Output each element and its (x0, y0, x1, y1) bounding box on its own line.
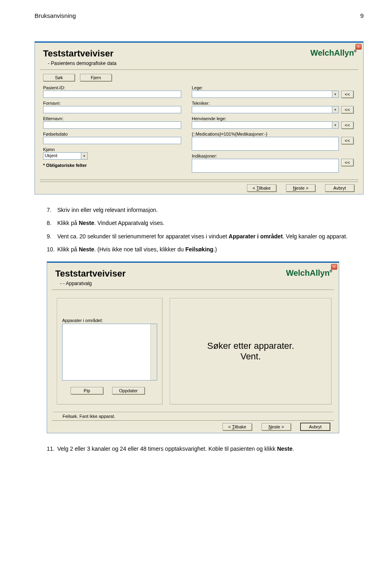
fodsel-field[interactable] (43, 137, 181, 144)
page-header: Bruksanvisning 9 (35, 12, 364, 19)
step-9: 9.Vent ca. 20 sekunder til serienummeret… (47, 232, 364, 240)
henvisende-select[interactable]: ▾ (192, 121, 339, 129)
feilsok-status: Feilsøk. Fant ikke apparat. (53, 412, 333, 419)
oppdater-button[interactable]: Oppdater (112, 387, 145, 394)
back-button[interactable]: < Tilbake (247, 184, 276, 192)
search-button[interactable]: Søk (43, 74, 75, 81)
header-left: Bruksanvisning (35, 12, 76, 19)
chevron-down-icon[interactable]: ▾ (332, 121, 339, 129)
step-10: 10.Klikk på Neste. (Hvis ikke noe tall v… (47, 245, 364, 253)
label-kjonn: Kjønn (43, 147, 88, 152)
tekniker-ll-button[interactable]: << (341, 106, 353, 113)
medications-field[interactable] (192, 137, 339, 151)
step-7: 7.Skriv inn eller velg relevant informas… (47, 206, 364, 214)
kjonn-select[interactable]: Ukjent ▾ (43, 152, 88, 160)
instruction-steps-a: 7.Skriv inn eller velg relevant informas… (47, 206, 364, 253)
lege-select[interactable]: ▾ (192, 91, 339, 98)
wizard-title: Teststartveiviser (55, 268, 126, 279)
header-right: 9 (360, 12, 364, 19)
label-fornavn: Fornavn: (43, 101, 181, 106)
back-button[interactable]: < Tilbake (223, 423, 252, 430)
label-indikasjoner: Indikasjoner: (192, 153, 358, 158)
search-status-line1: Søker etter apparater. (207, 341, 294, 351)
wizard-window-demographics: × Teststartveiviser - Pasientens demogra… (35, 41, 364, 195)
search-status-line2: Vent. (207, 351, 294, 362)
wizard-window-apparatvalg: × Teststartveiviser - - Apparatvalg Welc… (47, 262, 339, 433)
lege-ll-button[interactable]: << (341, 91, 353, 98)
label-medications: {::Medications}=101%{Medikasjoner:-} (192, 132, 358, 136)
welchallyn-logo: WelchAllyn® (310, 48, 357, 58)
search-status-panel: Søker etter apparater. Vent. (170, 298, 332, 404)
label-pasientid: Pasient-ID: (43, 85, 181, 90)
device-list-panel: Apparater i området: Pip Oppdater (57, 298, 162, 404)
wizard-title: Teststartveiviser (43, 48, 117, 59)
indikasjoner-field[interactable] (192, 159, 339, 173)
scrollbar[interactable] (150, 324, 157, 380)
chevron-down-icon[interactable]: ▾ (81, 152, 88, 160)
cancel-button[interactable]: Avbryt (325, 184, 354, 192)
label-etternavn: Etternavn: (43, 116, 181, 121)
label-apparater: Apparater i området: (62, 318, 157, 323)
step-8: 8.Klikk på Neste. Vinduet Apparatvalg vi… (47, 219, 364, 227)
tekniker-select[interactable]: ▾ (192, 106, 339, 113)
label-tekniker: Tekniker: (192, 101, 358, 106)
henv-ll-button[interactable]: << (341, 121, 353, 129)
step-11: 11.Velg 2 eller 3 kanaler og 24 eller 48… (47, 445, 364, 453)
wizard-subtitle: - - Apparatvalg (60, 281, 126, 286)
chevron-down-icon[interactable]: ▾ (332, 91, 339, 98)
fornavn-field[interactable] (43, 106, 181, 113)
device-listbox[interactable] (62, 324, 157, 380)
required-note: * Obligatoriske felter (43, 163, 181, 168)
pasientid-field[interactable] (43, 91, 181, 98)
wizard-subtitle: - Pasientens demografiske data (48, 61, 117, 66)
label-henvisende: Henvisende lege: (192, 116, 358, 121)
label-fodsel: Fødselsdato (43, 132, 181, 136)
close-icon[interactable]: × (355, 44, 362, 50)
etternavn-field[interactable] (43, 121, 181, 129)
clear-button[interactable]: Fjern (80, 74, 112, 81)
next-button[interactable]: Neste > (262, 423, 291, 430)
chevron-down-icon[interactable]: ▾ (332, 106, 339, 113)
pip-button[interactable]: Pip (71, 387, 103, 394)
welchallyn-logo: WelchAllyn® (286, 268, 332, 278)
next-button[interactable]: Neste > (286, 184, 315, 192)
indik-ll-button[interactable]: << (341, 159, 353, 166)
med-ll-button[interactable]: << (341, 137, 353, 144)
cancel-button[interactable]: Avbryt (301, 423, 330, 430)
label-lege: Lege: (192, 85, 358, 90)
close-icon[interactable]: × (331, 264, 337, 270)
instruction-steps-b: 11.Velg 2 eller 3 kanaler og 24 eller 48… (47, 445, 364, 453)
